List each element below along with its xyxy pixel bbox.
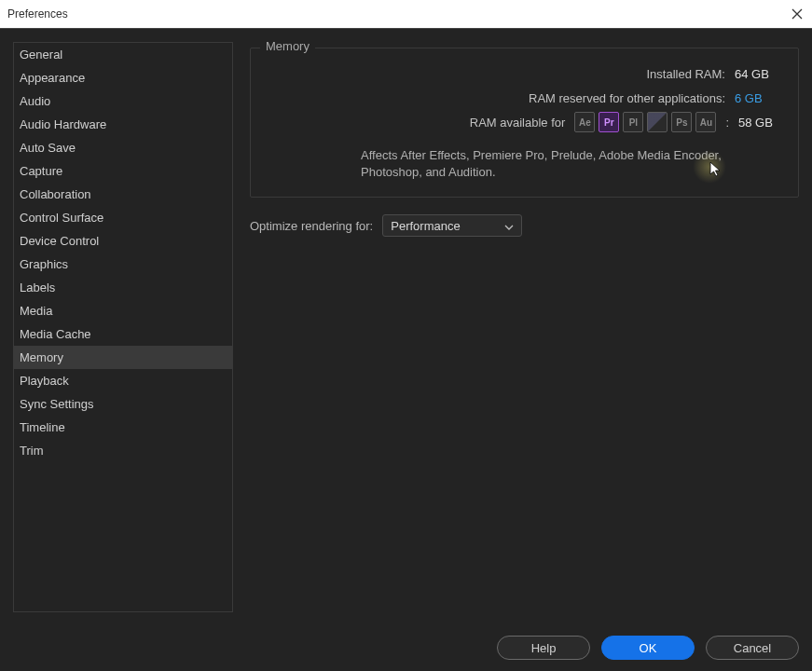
app-icons-group: AePrPlPsAu [574,112,716,132]
sidebar-item-media[interactable]: Media [14,299,232,322]
close-icon[interactable] [791,8,803,20]
window-titlebar: Preferences [0,0,812,28]
reserved-ram-label: RAM reserved for other applications: [529,91,725,105]
sidebar-item-labels[interactable]: Labels [14,276,232,299]
sidebar-item-appearance[interactable]: Appearance [14,66,232,89]
sidebar-item-device-control[interactable]: Device Control [14,229,232,253]
available-ram-suffix: : [725,116,729,130]
sidebar-item-timeline[interactable]: Timeline [14,416,232,439]
sidebar-item-graphics[interactable]: Graphics [14,253,232,276]
optimize-rendering-dropdown[interactable]: Performance [382,214,522,237]
help-button[interactable]: Help [497,636,590,660]
installed-ram-value: 64 GB [735,67,781,81]
panel-title: Memory [260,39,315,53]
optimize-rendering-value: Performance [391,219,460,233]
sidebar-item-trim[interactable]: Trim [14,439,232,462]
sidebar-item-playback[interactable]: Playback [14,369,232,392]
sidebar-item-sync-settings[interactable]: Sync Settings [14,392,232,416]
prelude-icon: Pl [623,112,643,132]
window-title: Preferences [7,7,68,21]
cancel-button[interactable]: Cancel [706,636,799,660]
sidebar-item-memory[interactable]: Memory [14,346,232,369]
preferences-content: Memory Installed RAM: 64 GB RAM reserved… [233,42,799,612]
optimize-rendering-label: Optimize rendering for: [250,219,373,233]
available-ram-label: RAM available for [470,116,566,130]
dialog-footer: Help OK Cancel [497,636,799,660]
photoshop-icon: Ps [671,112,692,132]
reserved-ram-value[interactable]: 6 GB [735,91,781,105]
sidebar-item-control-surface[interactable]: Control Surface [14,206,232,229]
available-ram-value: 58 GB [738,116,781,130]
sidebar-item-audio-hardware[interactable]: Audio Hardware [14,113,232,136]
after-effects-icon: Ae [574,112,595,132]
sidebar-item-audio[interactable]: Audio [14,89,232,113]
premiere-pro-icon: Pr [599,112,619,132]
installed-ram-label: Installed RAM: [646,67,725,81]
sidebar-item-auto-save[interactable]: Auto Save [14,136,232,159]
preferences-sidebar: GeneralAppearanceAudioAudio HardwareAuto… [13,42,233,612]
media-encoder-icon [647,112,667,132]
sidebar-item-general[interactable]: General [14,43,232,66]
sidebar-item-capture[interactable]: Capture [14,159,232,183]
audition-icon: Au [695,112,716,132]
ok-button[interactable]: OK [601,636,695,660]
sidebar-item-media-cache[interactable]: Media Cache [14,322,232,346]
memory-panel: Memory Installed RAM: 64 GB RAM reserved… [250,48,799,198]
memory-note: Affects After Effects, Premiere Pro, Pre… [268,147,781,180]
chevron-down-icon [504,219,514,233]
sidebar-item-collaboration[interactable]: Collaboration [14,183,232,206]
